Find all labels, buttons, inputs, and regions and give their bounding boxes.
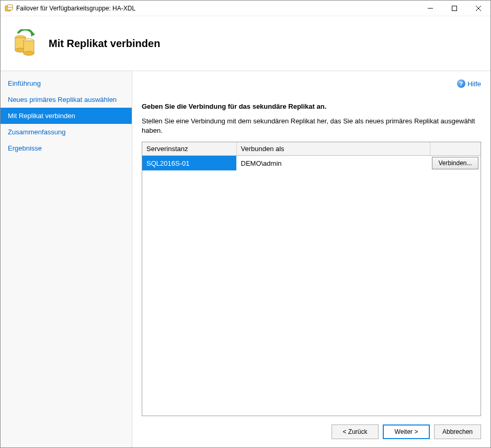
cancel-button[interactable]: Abbrechen: [434, 424, 481, 439]
page-title: Mit Replikat verbinden: [49, 38, 160, 50]
help-row: ? Hilfe: [142, 78, 481, 89]
minimize-button[interactable]: [418, 1, 442, 16]
wizard-sidebar: Einführung Neues primäres Replikat auswä…: [1, 71, 132, 447]
title-bar: Failover für Verfügbarkeitsgruppe: HA-XD…: [1, 1, 490, 16]
sidebar-item-summary[interactable]: Zusammenfassung: [1, 124, 132, 140]
wizard-header: Mit Replikat verbinden: [1, 16, 490, 71]
content-heading: Geben Sie die Verbindung für das sekundä…: [142, 102, 481, 110]
connect-button[interactable]: Verbinden...: [432, 157, 478, 169]
cell-action: Verbinden...: [430, 156, 481, 171]
sidebar-item-connect-replica[interactable]: Mit Replikat verbinden: [1, 108, 132, 124]
maximize-button[interactable]: [442, 1, 466, 16]
content-description: Stellen Sie eine Verbindung mit dem seku…: [142, 117, 481, 135]
svg-point-11: [24, 51, 34, 55]
sidebar-item-select-replica[interactable]: Neues primäres Replikat auswählen: [1, 91, 132, 108]
close-button[interactable]: [466, 1, 490, 16]
replica-table: Serverinstanz Verbunden als SQL2016S-01 …: [142, 142, 481, 170]
sidebar-item-label: Neues primäres Replikat auswählen: [8, 96, 117, 104]
sidebar-item-results[interactable]: Ergebnisse: [1, 140, 132, 156]
table-row[interactable]: SQL2016S-01 DEMO\admin Verbinden...: [142, 156, 481, 171]
cell-instance: SQL2016S-01: [142, 156, 236, 171]
sidebar-item-label: Ergebnisse: [8, 144, 42, 152]
window-title: Failover für Verfügbarkeitsgruppe: HA-XD…: [16, 5, 418, 12]
column-header-instance[interactable]: Serverinstanz: [142, 142, 236, 156]
sidebar-item-label: Einführung: [8, 79, 41, 87]
wizard-footer: < Zurück Weiter > Abbrechen: [142, 424, 481, 439]
help-label: Hilfe: [467, 80, 481, 88]
svg-rect-3: [452, 6, 457, 10]
replica-table-wrap: Serverinstanz Verbunden als SQL2016S-01 …: [142, 142, 481, 416]
column-header-connected-as[interactable]: Verbunden als: [236, 142, 430, 156]
wizard-content: ? Hilfe Geben Sie die Verbindung für das…: [132, 71, 490, 447]
cell-connected-as: DEMO\admin: [236, 156, 430, 171]
sidebar-item-intro[interactable]: Einführung: [1, 75, 132, 91]
table-header-row: Serverinstanz Verbunden als: [142, 142, 481, 156]
back-button[interactable]: < Zurück: [332, 424, 379, 439]
wizard-layout: Einführung Neues primäres Replikat auswä…: [1, 71, 490, 447]
help-icon: ?: [457, 79, 465, 88]
column-header-action: [430, 142, 481, 156]
sidebar-item-label: Zusammenfassung: [8, 128, 66, 136]
app-icon: [5, 4, 13, 13]
sidebar-item-label: Mit Replikat verbinden: [8, 112, 75, 120]
failover-icon: [11, 29, 39, 58]
window-controls: [418, 1, 490, 16]
next-button[interactable]: Weiter >: [383, 424, 430, 439]
help-link[interactable]: ? Hilfe: [457, 79, 481, 88]
